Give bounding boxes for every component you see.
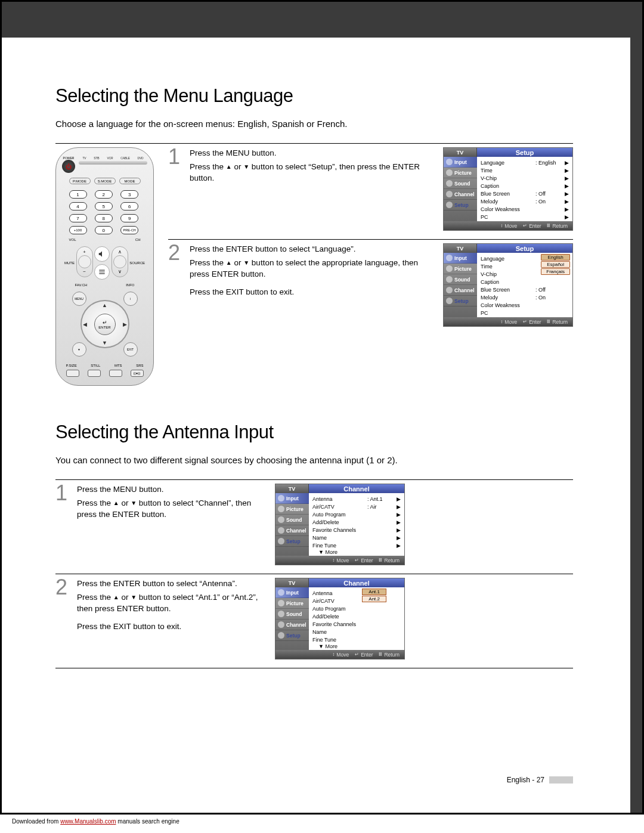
input-icon bbox=[446, 159, 453, 165]
section1-heading: Selecting the Menu Language bbox=[55, 85, 573, 107]
smode-button: S.MODE bbox=[94, 178, 116, 184]
osd-side-input: Input bbox=[444, 157, 477, 168]
s2-step2-number: 2 bbox=[55, 578, 70, 597]
step1-text: Press the MENU button. Press the ▲ or ▼ … bbox=[190, 147, 436, 186]
enter-button: ↵ENTER bbox=[94, 314, 116, 335]
power-button-icon: ⏻ bbox=[62, 160, 75, 173]
page-footer: English - 27 bbox=[507, 776, 573, 784]
numpad: 123 456 789 +1000PRE-CH bbox=[69, 190, 141, 234]
osd-setup-2: TVSetup Input Picture Sound Channel Setu… bbox=[443, 243, 573, 327]
menu-button: MENU bbox=[72, 292, 86, 306]
pmode-button: P.MODE bbox=[69, 178, 91, 184]
sound-icon bbox=[446, 180, 453, 187]
step1-number: 1 bbox=[168, 147, 182, 166]
up-arrow-icon: ▲ bbox=[226, 259, 232, 268]
osd-channel-1: TVChannel Input Picture Sound Channel Se… bbox=[275, 484, 405, 565]
picture-icon bbox=[446, 169, 453, 176]
channel-icon bbox=[446, 191, 453, 197]
source-button bbox=[94, 264, 110, 280]
section2-heading: Selecting the Antenna Input bbox=[55, 422, 573, 443]
mute-button bbox=[94, 246, 110, 262]
down-arrow-icon: ▼ bbox=[243, 163, 249, 172]
down-arrow-icon: ▼ bbox=[243, 259, 249, 268]
mode-labels: TVSTBVCRCABLEDVD bbox=[79, 156, 147, 160]
manualslib-link[interactable]: www.Manualslib.com bbox=[60, 818, 116, 825]
source-label: SOURCE bbox=[129, 261, 145, 265]
section2-intro: You can connect to two different signal … bbox=[55, 454, 573, 466]
step2-number: 2 bbox=[168, 243, 182, 262]
ch-rocker: ∧∨ bbox=[112, 246, 128, 277]
vol-rocker: +− bbox=[76, 246, 93, 277]
download-footer: Downloaded from www.Manualslib.com manua… bbox=[0, 815, 644, 828]
remote-illustration: POWER ⏻ TVSTBVCRCABLEDVD P.MODE S.MODE M… bbox=[55, 147, 154, 386]
s2-step1-text: Press the MENU button. Press the ▲ or ▼ … bbox=[77, 484, 268, 522]
mode-button: MODE bbox=[119, 178, 141, 184]
s2-step2-text: Press the ENTER button to select “Antenn… bbox=[77, 578, 268, 634]
section1-intro: Choose a language for the on-screen menu… bbox=[55, 117, 573, 130]
dpad: MENU i ♥ EXIT ▲▼◀▶ ↵ENTER bbox=[72, 292, 138, 357]
osd-setup-1: TVSetup Input Picture Sound Channel Setu… bbox=[443, 147, 573, 231]
s2-step1-number: 1 bbox=[55, 484, 70, 503]
exit-button: EXIT bbox=[123, 342, 138, 357]
osd-channel-2: TVChannel Input Picture Sound Channel Se… bbox=[275, 578, 405, 659]
divider bbox=[55, 143, 573, 144]
up-arrow-icon: ▲ bbox=[226, 163, 232, 172]
step2-text: Press the ENTER button to select “Langua… bbox=[190, 243, 436, 299]
mute-label: MUTE bbox=[64, 261, 75, 265]
setup-icon bbox=[446, 202, 453, 208]
